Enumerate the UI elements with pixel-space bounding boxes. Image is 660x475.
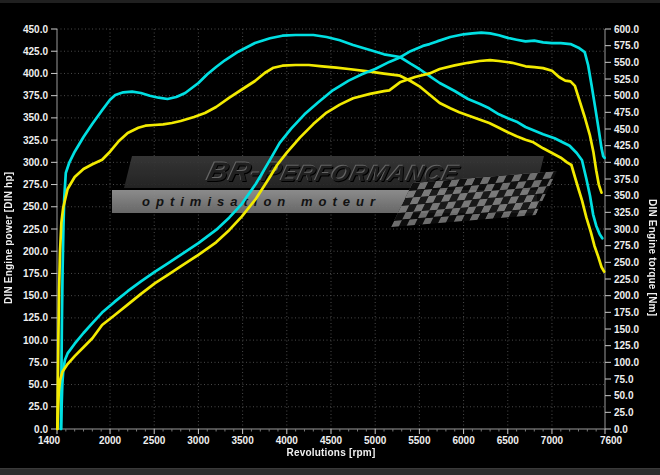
chart-series-layer (0, 0, 660, 475)
x-axis-title: Revolutions [rpm] (57, 447, 605, 458)
dyno-chart: 0.025.050.075.0100.0125.0150.0175.0200.0… (0, 0, 660, 475)
series-torque-cyan-line (61, 35, 602, 429)
series-power-yellow-line (57, 60, 601, 429)
series-torque-yellow-line (57, 65, 604, 429)
y-right-axis-title: DIN Engine torque [Nm] (645, 40, 659, 475)
window-bottom-edge (0, 468, 660, 475)
series-power-cyan-line (61, 33, 605, 429)
y-left-axis-title: DIN Engine power [DIN hp] (1, 8, 15, 468)
